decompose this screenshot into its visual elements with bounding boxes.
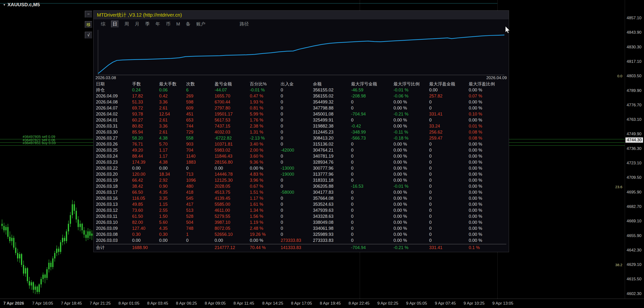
equity-chart — [98, 30, 504, 75]
table-cell: 4139.45 — [214, 195, 250, 201]
table-cell: 0 — [429, 189, 469, 195]
table-cell: 0.00 % — [469, 171, 506, 177]
table-row: 2026.03.1273.602.555134611.001.34 %03479… — [96, 207, 506, 213]
table-cell: 5983.02 — [214, 147, 250, 153]
panel-tab[interactable]: 月 — [135, 21, 139, 27]
price-axis[interactable]: 4744.30 4857.104843.904830.304817.104803… — [625, 0, 644, 299]
table-header-cell: 次数 — [186, 81, 214, 87]
table-cell: 318331.18 — [313, 177, 351, 183]
table-cell: 2026.03.26 — [96, 141, 132, 147]
table-cell: -6722.82 — [214, 135, 250, 141]
table-cell: 0 — [351, 165, 394, 171]
table-cell: 0.00 % — [469, 195, 506, 201]
price-axis-label: 4615.50 — [627, 277, 641, 282]
panel-tab[interactable]: 备 — [186, 21, 190, 27]
table-cell: 0.00 % — [469, 87, 506, 93]
table-cell: 338049.08 — [313, 219, 351, 225]
panel-tab[interactable]: 账户 — [196, 21, 206, 27]
table-row: 2026.04.0160.272.616535617.531.76 %03254… — [96, 117, 506, 123]
confirm-button[interactable]: √ — [85, 32, 92, 38]
table-cell: 19.26 % — [250, 231, 281, 238]
table-cell: 4611.00 — [214, 207, 250, 213]
time-axis-label: 8 Apr 09:05 — [205, 301, 226, 306]
table-cell: 76.71 — [132, 141, 159, 147]
table-cell: 3.40 % — [250, 141, 281, 147]
table-cell: 0.00 % — [469, 225, 506, 231]
table-cell: 345001.08 — [313, 111, 351, 117]
move-button[interactable]: 移 — [85, 21, 92, 28]
table-cell: 10371.81 — [214, 141, 250, 147]
price-axis-label: 4695.90 — [627, 190, 641, 195]
table-row: 2026.03.16116.053.355454139.451.17 %0357… — [96, 195, 506, 201]
table-cell: 2026.03.11 — [96, 213, 132, 219]
table-cell: 0 — [429, 201, 469, 207]
table-cell: 328934.76 — [313, 159, 351, 165]
panel-tab[interactable]: 日 — [111, 21, 119, 27]
table-cell: 0.00 — [159, 238, 186, 244]
table-cell: 0.00 % — [394, 219, 429, 225]
table-cell: 17.82 — [132, 93, 159, 99]
price-axis-label: 4789.90 — [627, 88, 641, 93]
table-cell: 312445.23 — [313, 129, 351, 135]
table-cell: 0.00 — [132, 238, 159, 244]
table-cell: 0 — [281, 183, 313, 189]
table-cell: 4.38 — [159, 135, 186, 141]
mouse-cursor — [505, 26, 512, 34]
table-cell: 0 — [429, 177, 469, 183]
table-header-cell: 最大浮亏金额 — [351, 81, 394, 87]
table-cell: 2.61 — [159, 117, 186, 123]
table-cell: 0.00 % — [469, 189, 506, 195]
table-cell: 0.08 % — [469, 135, 506, 141]
table-cell: 2.55 — [159, 207, 186, 213]
panel-titlebar[interactable]: MTDriver统计 ,V3.12 (http://mtdriver.cn) — [94, 10, 509, 20]
table-cell: 0 — [351, 141, 394, 147]
table-cell: 4.35 — [159, 225, 186, 231]
table-cell: 558 — [186, 135, 214, 141]
table-cell: 4032.03 — [214, 129, 250, 135]
table-cell: 304764.21 — [313, 147, 351, 153]
price-axis-label: 4749.90 — [627, 132, 641, 137]
panel-tab[interactable]: M — [176, 21, 180, 27]
panel-tab[interactable]: 币 — [166, 21, 170, 27]
table-cell: 903 — [186, 141, 214, 147]
table-cell: 38.42 — [132, 183, 159, 189]
table-cell: 0 — [281, 159, 313, 165]
table-cell: 0.00 % — [469, 99, 506, 105]
table-cell: 0 — [281, 195, 313, 201]
table-cell: 0 — [429, 171, 469, 177]
panel-tab[interactable]: 年 — [156, 21, 160, 27]
table-cell: 0.00 % — [394, 165, 429, 171]
price-axis-label: 4857.10 — [627, 16, 641, 20]
table-cell: 313777.96 — [313, 171, 351, 177]
time-axis[interactable]: 7 Apr 20267 Apr 16:057 Apr 18:457 Apr 21… — [0, 299, 644, 308]
table-cell: 80.82 — [132, 123, 159, 129]
table-cell: 331.41 — [429, 111, 469, 117]
table-cell: 0 — [281, 135, 313, 141]
minimize-button[interactable]: − — [85, 11, 92, 17]
time-axis-label: 9 Apr 02:25 — [377, 301, 398, 306]
table-cell: 0.01 % — [469, 123, 506, 129]
table-cell: 6700.44 — [214, 99, 250, 105]
table-cell: 713 — [186, 171, 214, 177]
symbol-period-label[interactable]: ▼ XAUUSD.c,M5 — [3, 2, 40, 7]
table-cell: 0.47 % — [250, 93, 281, 99]
table-cell: 0.00 % — [469, 207, 506, 213]
table-cell: 214777.12 — [214, 244, 250, 251]
table-cell: 2.92 — [159, 177, 186, 183]
panel-tab[interactable]: 周 — [124, 21, 129, 27]
panel-tab[interactable]: 综 — [101, 21, 105, 27]
table-cell: 257.82 — [429, 93, 469, 99]
panel-tab[interactable]: 路径 — [240, 21, 249, 27]
table-cell: 2026.03.23 — [96, 159, 132, 165]
table-cell: 0.00 % — [469, 219, 506, 225]
symbol-text: XAUUSD.c,M5 — [8, 2, 40, 7]
panel-tab[interactable]: 季 — [145, 21, 150, 27]
table-cell: 持仓 — [96, 87, 132, 93]
table-cell: 3.36 — [159, 99, 186, 105]
table-cell: 308413.20 — [313, 135, 351, 141]
table-cell: 18.34 — [159, 171, 186, 177]
price-axis-label: 4655.90 — [627, 233, 641, 238]
table-cell: 0.10 % — [469, 111, 506, 117]
table-cell: 0 — [351, 117, 394, 123]
price-axis-label: 4736.30 — [627, 146, 641, 151]
